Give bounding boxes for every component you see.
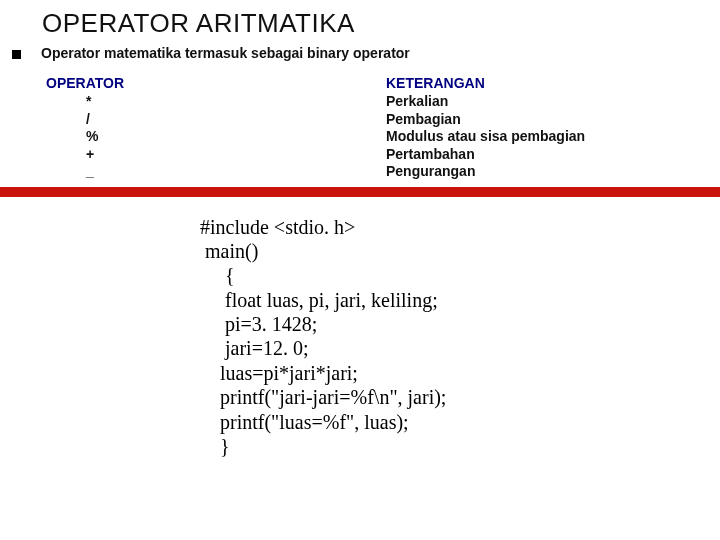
- op-cell: +: [46, 146, 386, 164]
- code-block: #include <stdio. h> main() { float luas,…: [0, 197, 720, 459]
- bullet-icon: [12, 50, 21, 59]
- op-cell: /: [46, 111, 386, 129]
- op-cell: %: [46, 128, 386, 146]
- keterangan-header: KETERANGAN: [386, 75, 585, 91]
- operator-table: OPERATOR * / % + _ KETERANGAN Perkalian …: [0, 75, 720, 181]
- op-cell: _: [46, 163, 386, 181]
- keterangan-column: KETERANGAN Perkalian Pembagian Modulus a…: [386, 75, 585, 181]
- op-cell: *: [46, 93, 386, 111]
- ket-cell: Perkalian: [386, 93, 585, 111]
- operator-column: OPERATOR * / % + _: [46, 75, 386, 181]
- ket-cell: Pengurangan: [386, 163, 585, 181]
- subtitle-row: Operator matematika termasuk sebagai bin…: [0, 45, 720, 61]
- divider-bar: [0, 187, 720, 197]
- slide-title: OPERATOR ARITMATIKA: [0, 0, 720, 45]
- ket-cell: Pembagian: [386, 111, 585, 129]
- ket-cell: Pertambahan: [386, 146, 585, 164]
- ket-cell: Modulus atau sisa pembagian: [386, 128, 585, 146]
- subtitle-text: Operator matematika termasuk sebagai bin…: [41, 45, 410, 61]
- operator-header: OPERATOR: [46, 75, 386, 91]
